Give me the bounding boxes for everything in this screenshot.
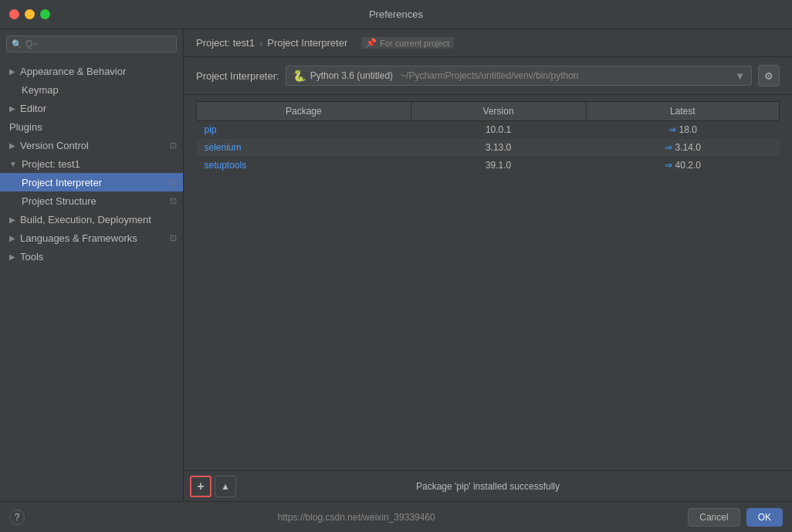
main-layout: 🔍 ▶ Appearance & Behavior Keymap ▶ Edito… — [0, 29, 792, 501]
package-version: 10.0.1 — [411, 121, 586, 139]
package-name: selenium — [197, 139, 411, 157]
table-row[interactable]: setuptools 39.1.0 ⇒40.2.0 — [197, 157, 780, 175]
col-latest: Latest — [586, 102, 779, 121]
bottom-toolbar: + ▲ Package 'pip' installed successfully — [184, 470, 792, 501]
packages-table: Package Version Latest pip 10.0.1 ⇒18.0 … — [196, 101, 780, 464]
up-arrow-icon: ▲ — [221, 481, 230, 492]
window-title: Preferences — [369, 8, 423, 20]
minimize-button[interactable] — [25, 9, 35, 19]
package-name: setuptools — [197, 157, 411, 175]
interpreter-label: Project Interpreter: — [196, 70, 279, 82]
interpreter-path: ~/PycharmProjects/untitled/venv/bin/pyth… — [401, 70, 578, 81]
footer-url: https://blog.csdn.net/weixin_39339460 — [278, 512, 435, 523]
chevron-icon: ▶ — [9, 252, 15, 261]
sidebar: 🔍 ▶ Appearance & Behavior Keymap ▶ Edito… — [0, 29, 184, 501]
sidebar-item-tools[interactable]: ▶ Tools — [0, 247, 183, 266]
breadcrumb-separator: › — [259, 37, 262, 49]
sidebar-item-plugins[interactable]: Plugins — [0, 117, 183, 136]
interpreter-select[interactable]: 🐍 Python 3.6 (untitled) ~/PycharmProject… — [286, 66, 752, 86]
search-icon: 🔍 — [12, 39, 22, 49]
package-name: pip — [197, 121, 411, 139]
titlebar: Preferences — [0, 0, 792, 29]
table-row[interactable]: selenium 3.13.0 ⇒3.14.0 — [197, 139, 780, 157]
sidebar-item-editor[interactable]: ▶ Editor — [0, 99, 183, 117]
packages-list: Package Version Latest pip 10.0.1 ⇒18.0 … — [196, 101, 780, 175]
footer: ? https://blog.csdn.net/weixin_39339460 … — [0, 501, 792, 532]
chevron-icon: ▼ — [9, 160, 17, 168]
maximize-button[interactable] — [40, 9, 50, 19]
table-row[interactable]: pip 10.0.1 ⇒18.0 — [197, 121, 780, 139]
chevron-icon: ▶ — [9, 234, 15, 242]
update-arrow-icon: ⇒ — [668, 124, 676, 135]
remove-package-button[interactable]: ▲ — [215, 476, 236, 497]
chevron-icon: ▶ — [9, 215, 15, 224]
python-icon: 🐍 — [293, 69, 306, 82]
sidebar-item-keymap[interactable]: Keymap — [0, 80, 183, 99]
package-latest: ⇒40.2.0 — [586, 157, 779, 175]
gear-icon: ⚙ — [764, 70, 773, 82]
breadcrumb: Project: test1 › Project Interpreter 📌 F… — [184, 29, 792, 57]
package-latest: ⇒18.0 — [586, 121, 779, 139]
add-package-button[interactable]: + — [190, 476, 212, 497]
plus-icon: + — [197, 479, 204, 493]
chevron-icon: ▶ — [9, 67, 15, 76]
search-box[interactable]: 🔍 — [6, 36, 177, 53]
close-button[interactable] — [9, 9, 19, 19]
ok-button[interactable]: OK — [746, 508, 783, 527]
breadcrumb-project: Project: test1 — [196, 37, 255, 49]
footer-action-buttons: Cancel OK — [688, 508, 783, 527]
status-message: Package 'pip' installed successfully — [416, 481, 560, 492]
sidebar-item-build[interactable]: ▶ Build, Execution, Deployment — [0, 210, 183, 229]
interpreter-value: Python 3.6 (untitled) — [310, 70, 393, 81]
sidebar-item-project[interactable]: ▼ Project: test1 — [0, 154, 183, 173]
breadcrumb-tag: 📌 For current project — [361, 37, 454, 49]
sidebar-item-project-interpreter[interactable]: Project Interpreter ⊡ — [0, 173, 183, 191]
sidebar-nav: ▶ Appearance & Behavior Keymap ▶ Editor … — [0, 59, 183, 501]
sidebar-item-project-structure[interactable]: Project Structure ⊡ — [0, 191, 183, 210]
window-controls[interactable] — [9, 9, 50, 19]
sync-icon: ⊡ — [170, 141, 177, 151]
update-arrow-icon: ⇒ — [665, 160, 672, 171]
interpreter-row: Project Interpreter: 🐍 Python 3.6 (untit… — [184, 57, 792, 95]
settings-button[interactable]: ⚙ — [758, 65, 780, 86]
col-version: Version — [411, 102, 586, 121]
page-icon: ⊡ — [170, 178, 177, 188]
sidebar-item-languages[interactable]: ▶ Languages & Frameworks ⊡ — [0, 229, 183, 247]
question-icon: ? — [15, 512, 20, 523]
table-header-row: Package Version Latest — [197, 102, 780, 121]
chevron-icon: ▶ — [9, 104, 15, 113]
chevron-icon: ▶ — [9, 141, 15, 150]
help-button[interactable]: ? — [9, 510, 25, 525]
interpreter-select-text: 🐍 Python 3.6 (untitled) ~/PycharmProject… — [293, 69, 579, 82]
breadcrumb-tag-label: For current project — [380, 39, 449, 48]
col-package: Package — [197, 102, 411, 121]
dropdown-icon: ▼ — [735, 70, 745, 82]
search-input[interactable] — [25, 39, 171, 49]
package-latest: ⇒3.14.0 — [586, 139, 779, 157]
page-icon: ⊡ — [170, 196, 177, 206]
sidebar-item-appearance[interactable]: ▶ Appearance & Behavior — [0, 62, 183, 80]
update-arrow-icon: ⇒ — [665, 142, 672, 153]
pin-icon: 📌 — [366, 38, 377, 48]
package-version: 39.1.0 — [411, 157, 586, 175]
content-area: Project: test1 › Project Interpreter 📌 F… — [184, 29, 792, 501]
breadcrumb-current: Project Interpreter — [267, 37, 347, 49]
sidebar-item-version-control[interactable]: ▶ Version Control ⊡ — [0, 136, 183, 154]
package-version: 3.13.0 — [411, 139, 586, 157]
sync-icon: ⊡ — [170, 233, 177, 243]
cancel-button[interactable]: Cancel — [688, 508, 740, 527]
